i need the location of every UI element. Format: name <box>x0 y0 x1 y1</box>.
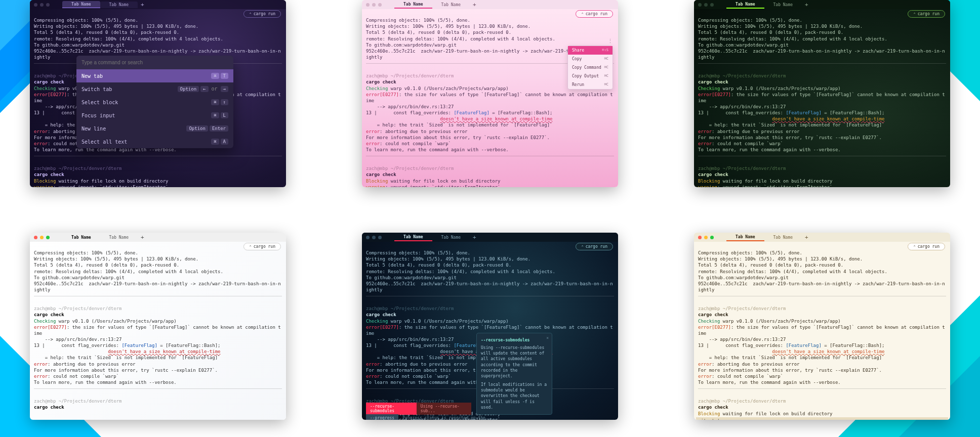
context-menu: Share⌘⇧S Copy⌘C Copy Command⌘C Copy Outp… <box>567 46 613 90</box>
terminal-window-white: Tab Name Tab Name + ⌃cargo run Compressi… <box>30 233 286 420</box>
terminal-content[interactable]: Compressing objects: 100% (5/5), done. W… <box>30 242 286 420</box>
popup-body: If local modifications in a submodule wo… <box>481 382 548 410</box>
prompt-path: zach@mbp ~/Projects/denver/dterm <box>366 73 454 78</box>
block-divider <box>366 296 614 296</box>
palette-item-switch-tab[interactable]: Switch tab Option←or→ <box>76 82 233 96</box>
autocomplete-row-2: --progress Progress status is reported o… <box>366 414 499 420</box>
command-text: cargo check <box>698 405 728 410</box>
tab-active[interactable]: Tab Name <box>62 234 100 241</box>
tab-inactive[interactable]: Tab Name <box>100 2 138 8</box>
ctx-rerun[interactable]: Rerun⌘C <box>568 80 612 89</box>
block-divider <box>698 63 946 64</box>
block-divider <box>698 388 946 389</box>
tab-active[interactable]: Tab Name <box>394 234 432 241</box>
traffic-light-min[interactable] <box>372 236 376 239</box>
command-text: cargo check <box>34 79 64 84</box>
titlebar: Tab Name Tab Name + <box>30 0 286 9</box>
palette-item-focus-input[interactable]: Focus input ⌘L <box>76 109 233 122</box>
new-tab-button[interactable]: + <box>473 234 476 241</box>
traffic-light-max[interactable] <box>378 236 382 239</box>
tab-inactive[interactable]: Tab Name <box>764 2 802 8</box>
traffic-light-min[interactable] <box>704 3 708 7</box>
command-text: cargo check <box>34 405 64 410</box>
titlebar: Tab Name Tab Name + <box>362 233 618 242</box>
palette-item-select-block[interactable]: Select block ⌘↑ <box>76 96 233 109</box>
traffic-light-min[interactable] <box>704 236 708 239</box>
autocomplete-row: --recurse-submodules Using --recurse-sub… <box>366 403 471 415</box>
new-tab-button[interactable]: + <box>141 234 144 241</box>
command-palette: New tab ⌘T Switch tab Option←or→ Select … <box>76 56 233 148</box>
block-menu-button[interactable]: ⋮ <box>607 38 613 45</box>
traffic-light-max[interactable] <box>378 3 382 7</box>
block-divider <box>698 296 946 296</box>
traffic-light-min[interactable] <box>372 3 376 7</box>
command-text: cargo check <box>366 79 396 84</box>
terminal-window-pink: Tab Name Tab Name + ⌃cargo run ⋮ Compres… <box>362 0 618 187</box>
tab-inactive[interactable]: Tab Name <box>100 234 138 241</box>
ctx-copy[interactable]: Copy⌘C <box>568 55 612 63</box>
titlebar: Tab Name Tab Name + <box>694 0 950 9</box>
autocomplete-option[interactable]: --progress <box>366 414 398 420</box>
prompt-path: zach@mbp ~/Projects/denver/dterm <box>366 166 454 171</box>
command-text: cargo check <box>366 312 396 317</box>
ctx-copy-output[interactable]: Copy Output⌘C <box>568 72 612 80</box>
titlebar: Tab Name Tab Name + <box>362 0 618 9</box>
command-text: cargo check <box>698 79 728 84</box>
history-selected[interactable]: git status <box>696 417 948 420</box>
traffic-light-max[interactable] <box>710 3 714 7</box>
prompt-path: zach@mbp ~/Projects/denver/dterm <box>698 73 786 78</box>
tab-inactive[interactable]: Tab Name <box>432 2 470 8</box>
traffic-light-max[interactable] <box>46 3 50 7</box>
traffic-light-close[interactable] <box>366 3 370 7</box>
prompt-path: zach@mbp ~/Projects/denver/dterm <box>34 306 121 311</box>
palette-item-select-all[interactable]: Select all text ⌘A <box>76 135 233 148</box>
traffic-light-close[interactable] <box>366 236 370 239</box>
command-text: cargo check <box>34 312 64 317</box>
new-tab-button[interactable]: + <box>805 234 808 241</box>
block-divider <box>34 388 282 389</box>
ctx-copy-command[interactable]: Copy Command⌘C <box>568 63 612 72</box>
tab-active[interactable]: Tab Name <box>726 234 764 241</box>
traffic-light-max[interactable] <box>710 236 714 239</box>
block-divider <box>34 156 282 156</box>
terminal-window-cyberpunk: Tab Name Tab Name + ⌃cargo run Compressi… <box>362 233 618 420</box>
command-text: cargo check <box>698 312 728 317</box>
prompt-path: zach@mbp ~/Projects/denver/dterm <box>698 166 786 171</box>
traffic-light-min[interactable] <box>40 3 44 7</box>
popup-body: Using --recurse-submodules will update t… <box>481 345 548 379</box>
autocomplete-selected[interactable]: --recurse-submodules <box>366 403 417 415</box>
palette-item-new-tab[interactable]: New tab ⌘T <box>76 69 233 82</box>
terminal-content[interactable]: Compressing objects: 100% (5/5), done. W… <box>694 9 950 187</box>
tab-bar: Tab Name Tab Name + <box>394 1 614 9</box>
tab-bar: Tab Name Tab Name + <box>62 1 282 8</box>
traffic-light-close[interactable] <box>698 236 702 239</box>
tab-active[interactable]: Tab Name <box>394 1 432 9</box>
traffic-light-max[interactable] <box>46 236 50 239</box>
tab-active[interactable]: Tab Name <box>62 1 100 8</box>
autocomplete-hint: Using --recurse-sub... <box>417 403 471 415</box>
traffic-light-close[interactable] <box>34 3 37 7</box>
close-icon[interactable]: × <box>546 335 549 341</box>
prompt-path: zach@mbp ~/Projects/denver/dterm <box>698 399 786 404</box>
traffic-light-close[interactable] <box>34 236 37 239</box>
new-tab-button[interactable]: + <box>141 2 144 8</box>
tab-inactive[interactable]: Tab Name <box>764 234 802 241</box>
palette-search-input[interactable] <box>76 56 233 69</box>
tab-bar: Tab Name Tab Name + <box>394 234 614 241</box>
new-tab-button[interactable]: + <box>805 2 808 8</box>
tab-active[interactable]: Tab Name <box>726 1 764 9</box>
ctx-share[interactable]: Share⌘⇧S <box>568 46 612 55</box>
terminal-window-purple: Tab Name Tab Name + ⌃cargo run Compressi… <box>30 0 286 187</box>
autocomplete-popup: × --recurse-submodules Using --recurse-s… <box>476 333 552 415</box>
titlebar: Tab Name Tab Name + <box>30 233 286 242</box>
traffic-light-close[interactable] <box>698 3 702 7</box>
terminal-content[interactable]: Compressing objects: 100% (5/5), done. W… <box>694 242 950 420</box>
terminal-content[interactable]: Compressing objects: 100% (5/5), done. W… <box>362 9 618 187</box>
tab-inactive[interactable]: Tab Name <box>432 234 470 241</box>
titlebar: Tab Name Tab Name + <box>694 233 950 242</box>
prompt-path: zach@mbp ~/Projects/denver/dterm <box>34 399 121 404</box>
palette-item-new-line[interactable]: New line OptionEnter <box>76 122 233 135</box>
traffic-light-min[interactable] <box>40 236 44 239</box>
popup-title: --recurse-submodules <box>481 337 548 343</box>
new-tab-button[interactable]: + <box>473 2 476 8</box>
